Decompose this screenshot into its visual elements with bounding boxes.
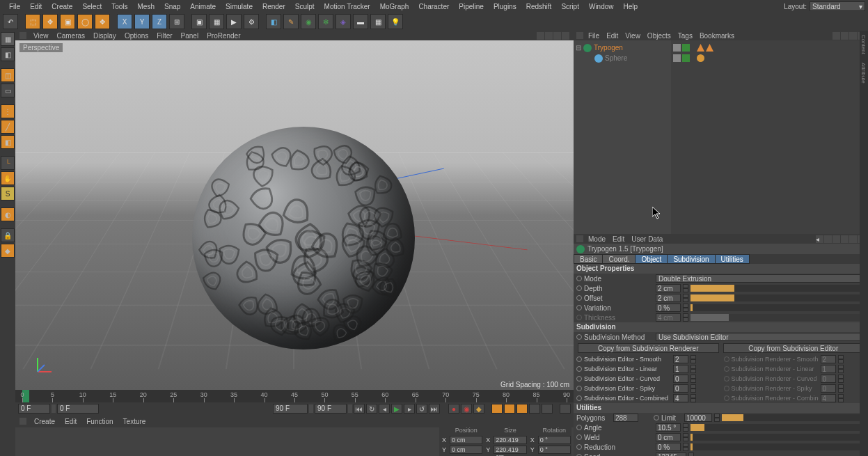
perspective-viewport[interactable]: Perspective Grid Spacing : 100 cm [15, 40, 574, 390]
key-rot-toggle[interactable] [516, 404, 528, 414]
menu-mesh[interactable]: Mesh [133, 1, 159, 12]
om-menu-objects[interactable]: Objects [644, 32, 674, 40]
preview-end-field[interactable]: 90 F [273, 404, 308, 414]
spinner[interactable] [683, 284, 688, 292]
add-cloner-button[interactable]: ✻ [318, 14, 333, 29]
anim-dot[interactable] [576, 285, 582, 291]
rotate-tool[interactable]: ◯ [77, 14, 93, 29]
add-subdiv-button[interactable]: ◉ [301, 14, 316, 29]
attr-back-icon[interactable]: ◂ [816, 235, 823, 243]
subdiv-row-field[interactable]: 1 [673, 365, 688, 373]
anim-dot[interactable] [576, 444, 582, 450]
vp-menu-cameras[interactable]: Cameras [53, 32, 90, 40]
menu-mograph[interactable]: MoGraph [375, 1, 414, 12]
add-camera-button[interactable]: ▦ [370, 14, 386, 29]
om-menu-bookmarks[interactable]: Bookmarks [696, 32, 738, 40]
menu-simulate[interactable]: Simulate [221, 1, 258, 12]
point-mode[interactable]: ⋮ [1, 104, 15, 118]
mode-dropdown[interactable]: Double Extrusion▾ [656, 274, 865, 283]
anim-dot[interactable] [576, 386, 582, 391]
menu-motiontracker[interactable]: Motion Tracker [319, 1, 375, 12]
anim-dot[interactable] [576, 334, 582, 340]
mat-menu-texture[interactable]: Texture [118, 418, 151, 425]
attr-new-icon[interactable] [849, 235, 857, 243]
grip-icon[interactable] [576, 32, 583, 39]
autokey-button[interactable]: ◉ [461, 404, 472, 414]
subdiv-row-field[interactable]: 4 [673, 394, 688, 402]
weld-field[interactable]: 0 cm [656, 433, 681, 441]
object-manager[interactable]: ⊟ Trypogen Sphere [574, 40, 868, 234]
angle-field[interactable]: 10.5 ° [656, 423, 681, 432]
add-deformer-button[interactable]: ◈ [336, 14, 351, 29]
tab-utilities[interactable]: Utilities [715, 254, 750, 264]
menu-sculpt[interactable]: Sculpt [290, 1, 319, 12]
last-tool[interactable]: ✥ [95, 14, 110, 29]
range-end-field[interactable]: 90 F [315, 404, 347, 414]
angle-slider[interactable] [691, 424, 865, 431]
vp-menu-view[interactable]: View [29, 32, 53, 40]
tag-icon[interactable] [706, 44, 713, 52]
workplane-mode[interactable]: ▭ [1, 84, 15, 97]
spinner[interactable] [683, 294, 688, 302]
om-eye-icon[interactable] [849, 32, 857, 40]
attr-menu-mode[interactable]: Mode [585, 235, 609, 243]
limit-slider[interactable] [722, 414, 865, 421]
record-button[interactable]: ● [448, 404, 459, 414]
spinner[interactable] [683, 304, 688, 312]
om-menu-view[interactable]: View [622, 32, 644, 40]
snap-toggle[interactable]: S [1, 187, 15, 201]
attr-home-icon[interactable] [841, 235, 849, 243]
coord-system[interactable]: ⊞ [169, 14, 184, 29]
key-pos-toggle[interactable] [491, 404, 503, 414]
vp-menu-options[interactable]: Options [120, 32, 152, 40]
pos-x-field[interactable]: 0 cm [450, 436, 482, 444]
menu-file[interactable]: File [4, 1, 25, 12]
prev-key-button[interactable]: ◂ [379, 404, 390, 414]
copy-from-editor-button[interactable]: Copy from Subdivision Editor [723, 343, 865, 353]
anim-dot[interactable] [576, 366, 582, 372]
menu-render[interactable]: Render [258, 1, 290, 12]
vp-menu-panel[interactable]: Panel [177, 32, 203, 40]
attr-up-icon[interactable] [824, 235, 832, 243]
visibility-dot-icon[interactable] [682, 44, 690, 52]
spinner[interactable] [691, 375, 696, 383]
menu-script[interactable]: Script [556, 1, 584, 12]
vp-menu-filter[interactable]: Filter [152, 32, 176, 40]
depth-slider[interactable] [691, 285, 865, 292]
menu-redshift[interactable]: Redshift [521, 1, 557, 12]
key-scale-toggle[interactable] [504, 404, 515, 414]
attr-menu-userdata[interactable]: User Data [628, 235, 666, 243]
menu-window[interactable]: Window [584, 1, 619, 12]
spinner[interactable] [683, 423, 688, 432]
tag-icon[interactable] [697, 44, 704, 52]
tab-attribute[interactable]: Attribute [860, 58, 867, 88]
menu-select[interactable]: Select [77, 1, 106, 12]
add-light-button[interactable]: 💡 [388, 14, 403, 29]
visibility-dot-icon[interactable] [682, 54, 690, 62]
depth-field[interactable]: 2 cm [656, 284, 681, 292]
key-pla-toggle[interactable] [542, 404, 553, 414]
spinner[interactable] [683, 433, 688, 441]
mat-menu-edit[interactable]: Edit [60, 418, 81, 425]
tree-node-sphere[interactable]: Sphere [587, 53, 669, 63]
render-settings-button[interactable]: ⚙ [244, 14, 259, 29]
menu-create[interactable]: Create [47, 1, 77, 12]
mat-menu-create[interactable]: Create [29, 418, 60, 425]
live-select-tool[interactable]: ⬚ [25, 14, 40, 29]
render-region-button[interactable]: ▦ [209, 14, 224, 29]
vp-nav-orbit-icon[interactable] [553, 32, 561, 40]
poly-mode[interactable]: ◧ [1, 135, 15, 149]
x-axis-lock[interactable]: X [117, 14, 132, 29]
spinner[interactable] [683, 443, 688, 451]
vp-menu-display[interactable]: Display [89, 32, 120, 40]
scale-tool[interactable]: ▣ [60, 14, 75, 29]
menu-tools[interactable]: Tools [106, 1, 132, 12]
texture-mode[interactable]: ◫ [1, 68, 15, 82]
spinner[interactable] [688, 453, 694, 456]
menu-character[interactable]: Character [413, 1, 454, 12]
add-pen-button[interactable]: ✎ [283, 14, 299, 29]
goto-start-button[interactable]: ⏮ [354, 404, 365, 414]
model-mode[interactable]: ▦ [1, 32, 15, 46]
anim-dot[interactable] [576, 356, 582, 362]
spinner[interactable] [691, 365, 696, 373]
